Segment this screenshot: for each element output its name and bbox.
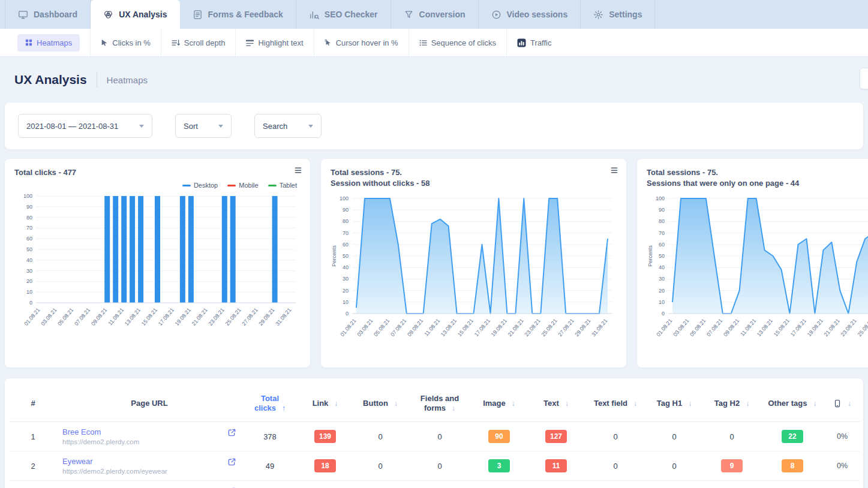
svg-text:90: 90 [659, 207, 665, 213]
svg-text:11.08.21: 11.08.21 [423, 318, 441, 338]
svg-text:31.08.21: 31.08.21 [274, 307, 292, 327]
tab-settings[interactable]: Settings [581, 0, 655, 29]
tab-dashboard[interactable]: Dashboard [5, 0, 91, 29]
svg-text:Percents: Percents [647, 245, 653, 267]
svg-text:17.08.21: 17.08.21 [473, 318, 491, 338]
subnav-item-scroll-depth[interactable]: Scroll depth [161, 29, 236, 56]
metric-value: 0 [471, 481, 527, 488]
table-row: 2Eyewearhttps://demo2.plerdy.com/eyewear… [10, 451, 860, 481]
svg-text:50: 50 [659, 253, 665, 259]
metric-value: 0 [353, 451, 408, 481]
legend-swatch [182, 185, 191, 186]
metric-value: 0 [353, 481, 408, 488]
chart-menu-icon[interactable]: ≡ [611, 164, 618, 176]
chart-menu-icon[interactable]: ≡ [295, 164, 302, 176]
svg-text:80: 80 [343, 218, 349, 224]
sort-down-icon: ↓ [565, 399, 569, 408]
subnav-label: Heatmaps [37, 38, 72, 47]
column-header--[interactable]: # [10, 383, 56, 422]
svg-text:50: 50 [343, 253, 349, 259]
column-header-fields-and-forms[interactable]: Fields and forms↓ [408, 383, 471, 422]
svg-text:05.08.21: 05.08.21 [373, 318, 391, 338]
svg-text:23.08.21: 23.08.21 [524, 318, 542, 338]
legend-item-tablet[interactable]: Tablet [268, 182, 297, 189]
sort-up-icon: ↑ [282, 404, 286, 412]
svg-text:15.08.21: 15.08.21 [456, 318, 474, 338]
svg-text:10: 10 [659, 299, 665, 305]
tab-label: UX Analysis [119, 10, 167, 19]
column-header-device[interactable]: ↓ [824, 383, 860, 422]
tab-conversion[interactable]: Conversion [391, 0, 479, 29]
date-range-select[interactable]: 2021-08-01 — 2021-08-31 [18, 114, 152, 138]
subnav-item-sequence-of-clicks[interactable]: Sequence of clicks [409, 29, 506, 56]
column-header-text[interactable]: Text↓ [527, 383, 585, 422]
svg-text:70: 70 [659, 230, 665, 236]
tab-ux-analysis[interactable]: UX Analysis [91, 0, 179, 29]
svg-text:100: 100 [340, 195, 349, 201]
column-header-other-tags[interactable]: Other tags↓ [761, 383, 824, 422]
sort-select[interactable]: Sort [175, 114, 232, 138]
subnav-item-highlight-text[interactable]: Highlight text [235, 29, 313, 56]
column-header-tag-h1[interactable]: Tag H1↓ [645, 383, 703, 422]
metric-badge: 127 [545, 430, 567, 443]
column-header-image[interactable]: Image↓ [471, 383, 527, 422]
metric-value: 0 [353, 422, 408, 451]
svg-text:13.08.21: 13.08.21 [440, 318, 458, 338]
svg-text:07.08.21: 07.08.21 [389, 318, 407, 338]
ux-analysis-venn-icon [103, 10, 113, 20]
column-header-link[interactable]: Link↓ [298, 383, 353, 422]
metric-value: 0 [585, 422, 645, 451]
page-link[interactable]: Bree Ecom [62, 427, 101, 436]
svg-text:03.08.21: 03.08.21 [356, 318, 374, 338]
tab-forms-feedback[interactable]: Forms & Feedback [180, 0, 296, 29]
svg-text:21.08.21: 21.08.21 [823, 318, 841, 338]
subnav-label: Traffic [530, 38, 551, 47]
total-clicks-value: 378 [242, 422, 298, 451]
subnav-item-clicks-in-percent[interactable]: Clicks in % [90, 29, 161, 56]
traffic-chart-icon [517, 38, 526, 47]
svg-text:20: 20 [343, 288, 349, 294]
tab-video-sessions[interactable]: Video sessions [479, 0, 581, 29]
page-link[interactable]: Eyewear [62, 457, 93, 466]
row-index: 1 [10, 422, 56, 451]
filter-bar: 2021-08-01 — 2021-08-31 Sort Search [5, 103, 863, 149]
row-index: 3 [10, 481, 56, 488]
subnav-label: Scroll depth [184, 38, 226, 47]
seo-chart-magnifier-icon [309, 10, 319, 20]
search-select[interactable]: Search [254, 114, 322, 138]
legend-swatch [227, 185, 236, 186]
chart-title: Total sessions - 75. Session without cli… [331, 167, 617, 189]
top-navigation: Dashboard UX Analysis Forms & Feedback S… [0, 0, 868, 29]
svg-text:0: 0 [346, 311, 349, 317]
conversion-funnel-icon [404, 10, 414, 20]
column-header-tag-h2[interactable]: Tag H2↓ [703, 383, 761, 422]
chart-title: Total clicks - 477 [14, 167, 301, 178]
header-action-button[interactable] [860, 68, 868, 89]
page-url-cell: Eyewearhttps://demo2.plerdy.com/eyewear [56, 451, 242, 481]
percent-value: 0% [824, 481, 860, 488]
legend-item-mobile[interactable]: Mobile [227, 182, 258, 189]
svg-text:07.08.21: 07.08.21 [705, 318, 723, 338]
sort-down-icon: ↓ [848, 399, 851, 408]
column-header-total-clicks[interactable]: Total clicks↑ [242, 383, 298, 422]
svg-text:27.08.21: 27.08.21 [241, 307, 259, 327]
svg-text:80: 80 [26, 215, 32, 221]
column-header-page-url[interactable]: Page URL [56, 383, 242, 422]
svg-text:01.08.21: 01.08.21 [339, 318, 357, 338]
subnav-item-cursor-hover[interactable]: Cursor hover in % [314, 29, 409, 56]
tab-label: Dashboard [34, 10, 77, 19]
tab-seo-checker[interactable]: SEO Checker [296, 0, 391, 29]
svg-text:25.08.21: 25.08.21 [540, 318, 558, 338]
legend-item-desktop[interactable]: Desktop [182, 182, 218, 189]
svg-text:100: 100 [23, 193, 32, 199]
external-link-icon[interactable] [227, 457, 236, 468]
metric-badge: 18 [314, 459, 336, 472]
external-link-icon[interactable] [227, 428, 236, 439]
column-header-text-field[interactable]: Text field↓ [585, 383, 645, 422]
dashboard-monitor-icon [18, 10, 28, 20]
subnav-item-heatmaps[interactable]: Heatmaps [7, 29, 90, 56]
subnav-item-traffic[interactable]: Traffic [506, 29, 561, 56]
column-header-button[interactable]: Button↓ [353, 383, 408, 422]
svg-text:25.08.21: 25.08.21 [224, 307, 242, 327]
table-row: 3Bree Ecomhttps://demo2.plerdy.com/thank… [10, 481, 860, 488]
